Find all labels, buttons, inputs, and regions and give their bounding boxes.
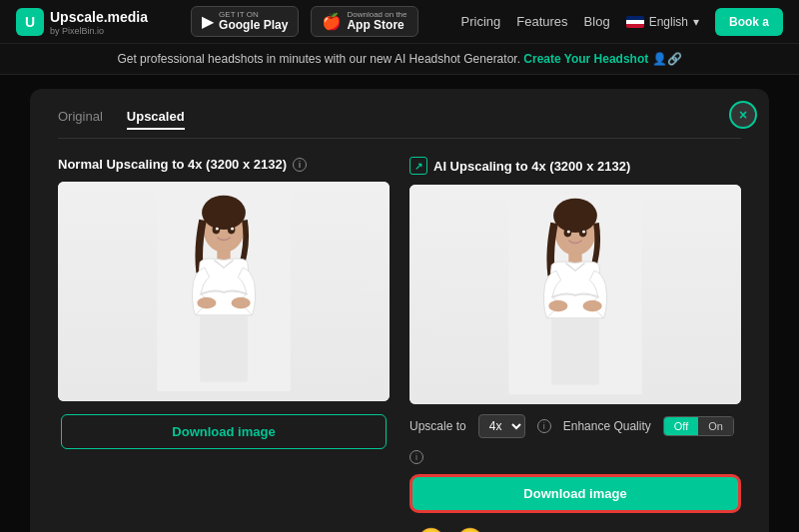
- google-play-text: GET IT ON Google Play: [219, 11, 288, 33]
- ai-upscaling-title: ↗ AI Upscaling to 4x (3200 x 2132): [409, 157, 741, 175]
- svg-point-20: [567, 231, 570, 234]
- info-icon-upscale[interactable]: i: [537, 419, 551, 433]
- svg-rect-17: [551, 318, 599, 385]
- ai-download-button[interactable]: Download image: [412, 477, 738, 510]
- tab-bar: Original Upscaled: [58, 109, 741, 139]
- book-button[interactable]: Book a: [715, 8, 783, 36]
- chevron-down-icon: ▾: [693, 15, 699, 29]
- navbar: U Upscale.media by PixelBin.io ▶ GET IT …: [0, 0, 799, 44]
- logo-icon: U: [16, 8, 44, 36]
- upscale-label: Upscale to: [409, 419, 466, 433]
- svg-point-4: [197, 297, 216, 308]
- info-icon-enhance[interactable]: i: [409, 450, 423, 464]
- main-content: × Original Upscaled Normal Upscaling to …: [0, 75, 799, 532]
- modal-close-button[interactable]: ×: [729, 101, 757, 129]
- ai-upscaling-col: ↗ AI Upscaling to 4x (3200 x 2132): [409, 157, 741, 513]
- toggle-on-button[interactable]: On: [698, 417, 733, 435]
- neutral-emoji-button[interactable]: 😐: [456, 527, 483, 532]
- woman-illustration-normal: [154, 192, 294, 391]
- normal-download-wrap: Download image: [58, 411, 390, 452]
- logo-text: Upscale.media: [50, 9, 148, 25]
- promo-link[interactable]: Create Your Headshot: [523, 52, 648, 66]
- tab-upscaled[interactable]: Upscaled: [127, 109, 185, 130]
- apple-icon: 🍎: [322, 12, 342, 31]
- ai-controls-row: Upscale to 4x 2x 3x i Enhance Quality Of…: [409, 414, 741, 464]
- navbar-center: ▶ GET IT ON Google Play 🍎 Download on th…: [191, 6, 417, 38]
- flag-icon: [626, 16, 644, 28]
- comparison-grid: Normal Upscaling to 4x (3200 x 2132) i: [58, 157, 741, 513]
- svg-point-16: [583, 300, 602, 311]
- language-selector[interactable]: English ▾: [626, 15, 699, 29]
- normal-upscaling-col: Normal Upscaling to 4x (3200 x 2132) i: [58, 157, 390, 513]
- svg-point-21: [582, 231, 585, 234]
- svg-rect-6: [200, 315, 248, 382]
- enhance-quality-label: Enhance Quality: [563, 419, 651, 433]
- normal-download-button[interactable]: Download image: [61, 414, 387, 449]
- svg-point-5: [232, 297, 251, 308]
- normal-image: [58, 182, 390, 401]
- sad-emoji-button[interactable]: 😞: [417, 527, 444, 532]
- woman-illustration-ai: [505, 195, 645, 394]
- svg-point-15: [548, 300, 567, 311]
- ai-icon: ↗: [409, 157, 427, 175]
- logo-sub: by PixelBin.io: [50, 26, 148, 36]
- ai-image-box: [409, 185, 741, 404]
- google-play-icon: ▶: [202, 12, 214, 31]
- tab-original[interactable]: Original: [58, 109, 103, 130]
- app-store-text: Download on the App Store: [347, 11, 406, 33]
- promo-icons: 👤🔗: [652, 52, 682, 66]
- enhance-toggle: Off On: [663, 416, 734, 436]
- app-store-badge[interactable]: 🍎 Download on the App Store: [311, 6, 417, 38]
- svg-point-13: [553, 199, 597, 233]
- info-icon-normal[interactable]: i: [293, 158, 307, 172]
- ai-download-wrap: Download image: [409, 474, 741, 513]
- google-play-badge[interactable]: ▶ GET IT ON Google Play: [191, 6, 299, 38]
- logo-text-group: Upscale.media by PixelBin.io: [50, 8, 148, 36]
- navbar-left: U Upscale.media by PixelBin.io: [16, 8, 148, 36]
- upscale-select[interactable]: 4x 2x 3x: [478, 414, 525, 438]
- normal-image-box: [58, 182, 390, 401]
- language-label: English: [649, 15, 688, 29]
- normal-upscaling-title: Normal Upscaling to 4x (3200 x 2132) i: [58, 157, 390, 172]
- toggle-off-button[interactable]: Off: [664, 417, 698, 435]
- rating-row: Rate this result: 😞 😐: [58, 527, 741, 532]
- svg-point-10: [231, 228, 234, 231]
- navbar-right: Pricing Features Blog English ▾ Book a: [461, 8, 783, 36]
- svg-point-2: [202, 196, 246, 230]
- features-link[interactable]: Features: [516, 14, 567, 29]
- promo-bar: Get professional headshots in minutes wi…: [0, 44, 799, 75]
- blog-link[interactable]: Blog: [584, 14, 610, 29]
- svg-point-9: [216, 228, 219, 231]
- promo-text: Get professional headshots in minutes wi…: [117, 52, 520, 66]
- ai-image: [409, 185, 741, 404]
- modal: × Original Upscaled Normal Upscaling to …: [30, 89, 769, 532]
- pricing-link[interactable]: Pricing: [461, 14, 501, 29]
